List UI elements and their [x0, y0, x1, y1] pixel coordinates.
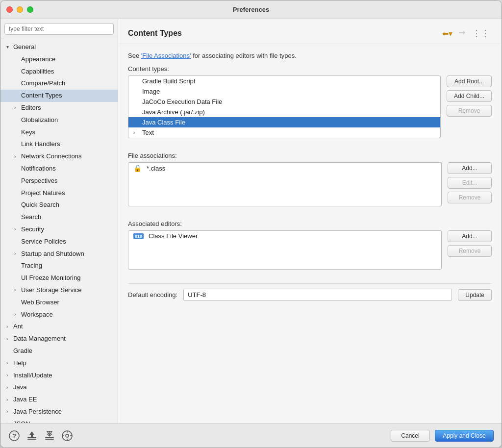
chevron-right-icon: ›	[14, 153, 21, 161]
svg-rect-5	[31, 435, 33, 437]
list-item[interactable]: Image	[128, 86, 440, 97]
svg-rect-7	[45, 439, 54, 440]
chevron-right-icon: ›	[6, 384, 13, 392]
file-associations-list: 🔒 *.class	[128, 162, 442, 206]
sidebar-item-notifications[interactable]: Notifications	[0, 163, 118, 175]
sidebar-item-startup-shutdown[interactable]: › Startup and Shutdown	[0, 248, 118, 260]
file-associations-section: 🔒 *.class Add... Edit... Remove	[128, 162, 492, 212]
forward-button[interactable]: ⮕	[456, 28, 468, 39]
remove-content-button[interactable]: Remove	[447, 105, 492, 117]
chevron-right-icon: ›	[14, 311, 21, 319]
associated-editors-list: 010 Class File Viewer	[128, 230, 442, 270]
minimize-button[interactable]	[17, 6, 23, 13]
sidebar-item-search[interactable]: Search	[0, 211, 118, 224]
svg-rect-3	[27, 439, 36, 440]
main-content: ▾ General Appearance Capabilities Compar…	[0, 19, 502, 423]
sidebar-item-workspace[interactable]: › Workspace	[0, 309, 118, 321]
list-item[interactable]: JaCoCo Execution Data File	[128, 97, 440, 107]
apply-close-button[interactable]: Apply and Close	[435, 430, 494, 442]
sidebar-item-ant[interactable]: › Ant	[0, 321, 118, 333]
list-item-class-file[interactable]: 🔒 *.class	[128, 163, 441, 174]
sidebar-item-gradle[interactable]: Gradle	[0, 345, 118, 357]
add-child-button[interactable]: Add Child...	[447, 90, 492, 102]
back-button[interactable]: ⬅▾	[440, 28, 454, 39]
sidebar-item-security[interactable]: › Security	[0, 224, 118, 236]
chevron-right-icon: ›	[14, 225, 21, 233]
sidebar-item-content-types[interactable]: Content Types	[0, 90, 118, 102]
sidebar-item-keys[interactable]: Keys	[0, 126, 118, 139]
more-options-button[interactable]: ⋮⋮	[470, 27, 492, 40]
filter-input[interactable]	[4, 23, 114, 35]
chevron-right-icon: ›	[133, 130, 139, 135]
sidebar-item-network-connections[interactable]: › Network Connections	[0, 150, 118, 163]
sidebar-item-compare-patch[interactable]: Compare/Patch	[0, 77, 118, 90]
cancel-button[interactable]: Cancel	[391, 430, 430, 442]
sidebar-item-web-browser[interactable]: Web Browser	[0, 297, 118, 309]
add-editor-button[interactable]: Add...	[448, 230, 492, 242]
edit-association-button[interactable]: Edit...	[448, 177, 492, 189]
remove-editor-button[interactable]: Remove	[448, 245, 492, 257]
sidebar-item-data-management[interactable]: › Data Management	[0, 333, 118, 345]
update-button[interactable]: Update	[458, 289, 492, 301]
sidebar-item-help[interactable]: › Help	[0, 357, 118, 370]
sidebar-item-java[interactable]: › Java	[0, 381, 118, 394]
list-item-java-class[interactable]: Java Class File	[128, 117, 440, 127]
svg-point-13	[66, 434, 69, 437]
sidebar-item-globalization[interactable]: Globalization	[0, 114, 118, 126]
sidebar-item-quick-search[interactable]: Quick Search	[0, 199, 118, 211]
right-panel: Content Types ⬅▾ ⮕ ⋮⋮ See 'File Associat…	[118, 19, 502, 423]
remove-association-button[interactable]: Remove	[448, 192, 492, 203]
sidebar-item-service-policies[interactable]: Service Policies	[0, 236, 118, 248]
sidebar: ▾ General Appearance Capabilities Compar…	[0, 19, 118, 423]
sidebar-item-java-ee[interactable]: › Java EE	[0, 394, 118, 406]
panel-header: Content Types ⬅▾ ⮕ ⋮⋮	[118, 19, 502, 44]
sidebar-item-install-update[interactable]: › Install/Update	[0, 370, 118, 382]
sidebar-item-tracing[interactable]: Tracing	[0, 260, 118, 272]
export-icon[interactable]	[44, 430, 55, 442]
chevron-right-icon: ›	[6, 335, 13, 343]
close-button[interactable]	[6, 6, 13, 13]
add-root-button[interactable]: Add Root...	[447, 75, 492, 87]
file-associations-link[interactable]: 'File Associations'	[141, 52, 191, 59]
sidebar-item-json[interactable]: › JSON	[0, 418, 118, 423]
list-item-class-file-viewer[interactable]: 010 Class File Viewer	[128, 231, 441, 241]
encoding-input[interactable]	[183, 289, 452, 301]
class-file-viewer-icon: 010	[133, 233, 144, 239]
sidebar-item-editors[interactable]: › Editors	[0, 102, 118, 114]
sidebar-item-ui-freeze[interactable]: UI Freeze Monitoring	[0, 272, 118, 284]
content-types-label: Content types:	[128, 65, 492, 73]
window-title: Preferences	[233, 6, 269, 13]
sidebar-item-project-natures[interactable]: Project Natures	[0, 187, 118, 199]
sidebar-item-perspectives[interactable]: Perspectives	[0, 175, 118, 187]
import-icon[interactable]	[26, 430, 38, 442]
svg-rect-6	[45, 437, 54, 438]
description-prefix: See	[128, 52, 141, 59]
preferences-window: Preferences ▾ General Appearance C	[0, 0, 502, 448]
associated-editors-label: Associated editors:	[128, 220, 492, 227]
associated-editors-section: 010 Class File Viewer Add... Remove	[128, 230, 492, 275]
lock-icon: 🔒	[133, 164, 142, 172]
footer-right: Cancel Apply and Close	[391, 430, 494, 442]
list-item[interactable]: Java Archive (.jar/.zip)	[128, 107, 440, 117]
list-item-text[interactable]: › Text	[128, 127, 440, 138]
maximize-button[interactable]	[27, 6, 33, 13]
add-association-button[interactable]: Add...	[448, 162, 492, 174]
chevron-right-icon: ›	[6, 359, 13, 367]
sidebar-item-appearance[interactable]: Appearance	[0, 53, 118, 66]
sidebar-item-user-storage[interactable]: › User Storage Service	[0, 284, 118, 297]
chevron-right-icon: ›	[14, 104, 21, 112]
sidebar-item-general[interactable]: ▾ General	[0, 41, 118, 53]
sidebar-item-capabilities[interactable]: Capabilities	[0, 66, 118, 78]
sidebar-item-link-handlers[interactable]: Link Handlers	[0, 138, 118, 150]
sidebar-item-java-persistence[interactable]: › Java Persistence	[0, 406, 118, 418]
svg-text:?: ?	[12, 432, 16, 440]
svg-rect-2	[27, 437, 36, 438]
content-types-buttons: Add Root... Add Child... Remove	[447, 75, 492, 144]
preferences-icon[interactable]	[61, 430, 73, 442]
chevron-right-icon: ›	[6, 408, 13, 416]
tree: ▾ General Appearance Capabilities Compar…	[0, 39, 118, 423]
description-suffix: for associating editors with file types.	[191, 52, 297, 59]
description: See 'File Associations' for associating …	[128, 52, 492, 59]
list-item[interactable]: Gradle Build Script	[128, 76, 440, 86]
help-icon[interactable]: ?	[8, 430, 20, 442]
